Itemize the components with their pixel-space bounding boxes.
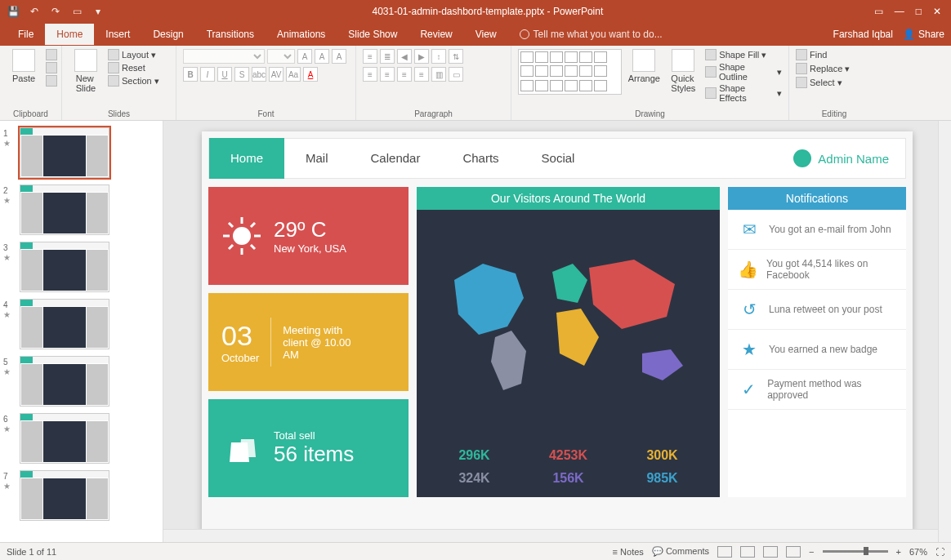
slide-area[interactable]: Home Mail Calendar Charts Social Admin N… bbox=[163, 121, 951, 542]
tab-review[interactable]: Review bbox=[409, 24, 463, 45]
shape-effects-button[interactable]: Shape Effects ▾ bbox=[705, 83, 782, 103]
svg-line-8 bbox=[251, 223, 255, 227]
arrange-icon bbox=[632, 49, 655, 72]
quick-access-toolbar: 💾 ↶ ↷ ▭ ▾ bbox=[0, 5, 111, 18]
slide-thumbnail[interactable]: 2★ bbox=[10, 184, 153, 235]
notif-icon: ✓ bbox=[738, 378, 759, 401]
start-from-beginning-icon[interactable]: ▭ bbox=[70, 5, 83, 18]
nav-calendar[interactable]: Calendar bbox=[350, 138, 442, 179]
smartart-icon[interactable]: ▭ bbox=[449, 67, 463, 82]
shape-fill-button[interactable]: Shape Fill ▾ bbox=[705, 49, 782, 60]
font-color-icon[interactable]: A bbox=[303, 67, 318, 82]
tab-design[interactable]: Design bbox=[141, 24, 194, 45]
slide-thumbnail[interactable]: 4★ bbox=[10, 299, 153, 349]
file-menu[interactable]: File bbox=[7, 25, 45, 43]
slide-canvas[interactable]: Home Mail Calendar Charts Social Admin N… bbox=[202, 131, 913, 531]
tab-transitions[interactable]: Transitions bbox=[195, 24, 266, 45]
shape-outline-button[interactable]: Shape Outline ▾ bbox=[705, 62, 782, 82]
strike-icon[interactable]: S bbox=[234, 67, 249, 82]
redo-icon[interactable]: ↷ bbox=[49, 5, 62, 18]
section-button[interactable]: Section ▾ bbox=[108, 75, 159, 87]
reading-view-icon[interactable] bbox=[763, 546, 778, 558]
shapes-gallery[interactable] bbox=[518, 49, 622, 95]
zoom-slider[interactable] bbox=[823, 550, 888, 553]
underline-icon[interactable]: U bbox=[217, 67, 232, 82]
close-icon[interactable]: ✕ bbox=[933, 6, 941, 17]
tab-insert[interactable]: Insert bbox=[94, 24, 141, 45]
text-direction-icon[interactable]: ⇅ bbox=[449, 49, 463, 64]
thumbnail-panel[interactable]: 1★2★3★4★5★6★7★ bbox=[0, 121, 163, 542]
dashboard-nav: Home Mail Calendar Charts Social Admin N… bbox=[208, 138, 906, 179]
bold-icon[interactable]: B bbox=[183, 67, 198, 82]
tab-slideshow[interactable]: Slide Show bbox=[337, 24, 409, 45]
arrange-button[interactable]: Arrange bbox=[627, 49, 661, 83]
align-center-icon[interactable]: ≡ bbox=[380, 67, 395, 82]
slide-thumbnail[interactable]: 1★ bbox=[10, 127, 153, 178]
zoom-in-icon[interactable]: + bbox=[896, 547, 901, 557]
indent-inc-icon[interactable]: ▶ bbox=[414, 49, 429, 64]
font-size-select[interactable] bbox=[267, 49, 295, 64]
zoom-out-icon[interactable]: − bbox=[809, 547, 814, 557]
align-left-icon[interactable]: ≡ bbox=[363, 67, 377, 82]
tab-home[interactable]: Home bbox=[45, 24, 94, 45]
line-spacing-icon[interactable]: ↕ bbox=[431, 49, 446, 64]
share-button[interactable]: 👤 Share bbox=[903, 29, 944, 40]
tab-view[interactable]: View bbox=[464, 24, 508, 45]
user-name[interactable]: Farshad Iqbal bbox=[833, 29, 893, 40]
shadow-icon[interactable]: abc bbox=[252, 67, 266, 82]
layout-button[interactable]: Layout ▾ bbox=[108, 49, 159, 60]
align-right-icon[interactable]: ≡ bbox=[397, 67, 412, 82]
reset-button[interactable]: Reset bbox=[108, 62, 159, 73]
cut-icon[interactable] bbox=[46, 49, 57, 60]
group-paragraph: Paragraph bbox=[363, 108, 504, 118]
new-slide-button[interactable]: New Slide bbox=[69, 49, 103, 93]
format-painter-icon[interactable] bbox=[46, 75, 57, 87]
case-icon[interactable]: Aa bbox=[286, 67, 301, 82]
group-slides: Slides bbox=[69, 108, 169, 118]
replace-button[interactable]: Replace ▾ bbox=[796, 63, 850, 74]
indent-dec-icon[interactable]: ◀ bbox=[397, 49, 412, 64]
horizontal-scrollbar[interactable] bbox=[163, 529, 938, 542]
slideshow-view-icon[interactable] bbox=[786, 546, 801, 558]
sorter-view-icon[interactable] bbox=[740, 546, 755, 558]
tab-animations[interactable]: Animations bbox=[266, 24, 337, 45]
notification-item: ↺Luna retweet on your post bbox=[728, 290, 906, 330]
minimize-icon[interactable]: — bbox=[895, 6, 904, 17]
vertical-scrollbar[interactable] bbox=[938, 121, 951, 542]
quick-styles-button[interactable]: Quick Styles bbox=[666, 49, 700, 93]
spacing-icon[interactable]: AV bbox=[269, 67, 284, 82]
nav-charts[interactable]: Charts bbox=[441, 138, 520, 179]
select-button[interactable]: Select ▾ bbox=[796, 77, 850, 88]
notes-button[interactable]: ≡ Notes bbox=[613, 547, 644, 557]
bag-icon bbox=[221, 428, 262, 469]
copy-icon[interactable] bbox=[46, 62, 57, 73]
slide-thumbnail[interactable]: 3★ bbox=[10, 242, 153, 292]
slide-thumbnail[interactable]: 5★ bbox=[10, 356, 153, 407]
maximize-icon[interactable]: □ bbox=[916, 6, 922, 17]
nav-mail[interactable]: Mail bbox=[284, 138, 350, 179]
bullets-icon[interactable]: ≡ bbox=[363, 49, 377, 64]
undo-icon[interactable]: ↶ bbox=[28, 5, 41, 18]
shrink-font-icon[interactable]: A bbox=[315, 49, 329, 64]
tell-me[interactable]: Tell me what you want to do... bbox=[520, 29, 663, 40]
columns-icon[interactable]: ▥ bbox=[431, 67, 446, 82]
find-button[interactable]: Find bbox=[796, 49, 850, 60]
qat-dropdown-icon[interactable]: ▾ bbox=[92, 5, 105, 18]
justify-icon[interactable]: ≡ bbox=[414, 67, 429, 82]
quick-styles-icon bbox=[672, 49, 694, 72]
save-icon[interactable]: 💾 bbox=[7, 5, 20, 18]
slide-thumbnail[interactable]: 6★ bbox=[10, 413, 153, 464]
ribbon-options-icon[interactable]: ▭ bbox=[874, 6, 883, 17]
slide-thumbnail[interactable]: 7★ bbox=[10, 470, 153, 521]
fit-icon[interactable]: ⛶ bbox=[935, 547, 944, 557]
normal-view-icon[interactable] bbox=[717, 546, 732, 558]
numbering-icon[interactable]: ≣ bbox=[380, 49, 395, 64]
paste-button[interactable]: Paste bbox=[7, 49, 41, 83]
italic-icon[interactable]: I bbox=[200, 67, 215, 82]
comments-button[interactable]: 💬 Comments bbox=[652, 546, 709, 557]
clear-format-icon[interactable]: A bbox=[332, 49, 346, 64]
grow-font-icon[interactable]: A bbox=[297, 49, 312, 64]
nav-social[interactable]: Social bbox=[520, 138, 596, 179]
nav-home[interactable]: Home bbox=[209, 138, 284, 179]
font-family-select[interactable] bbox=[183, 49, 265, 64]
